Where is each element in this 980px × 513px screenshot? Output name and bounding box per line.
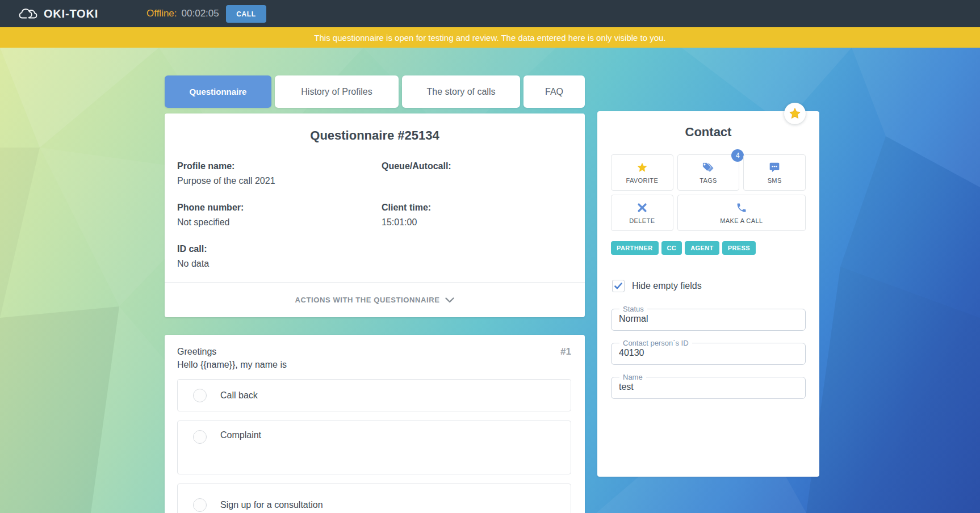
tag-chip[interactable]: PRESS bbox=[722, 241, 756, 255]
app-header: OKI-TOKI Offline: 00:02:05 CALL bbox=[0, 0, 980, 27]
tags-button[interactable]: 4 TAGS bbox=[677, 154, 740, 191]
tab-story-of-calls[interactable]: The story of calls bbox=[402, 75, 520, 108]
answer-option-label: Complaint bbox=[220, 430, 261, 440]
answer-option-complaint[interactable]: Complaint bbox=[177, 421, 571, 474]
question-number: #1 bbox=[560, 346, 571, 358]
radio-button-icon[interactable] bbox=[193, 498, 207, 512]
field-phone-number: Phone number: Not specified bbox=[177, 200, 382, 230]
field-profile-name: Profile name: Purpose of the call 2021 bbox=[177, 159, 382, 188]
tags-icon bbox=[702, 162, 714, 173]
agent-status: Offline: 00:02:05 bbox=[146, 0, 219, 27]
field-label: Profile name: bbox=[177, 159, 382, 174]
brand-name: OKI-TOKI bbox=[44, 7, 98, 20]
checkbox-icon[interactable] bbox=[612, 280, 625, 292]
field-value: 15:01:00 bbox=[382, 215, 573, 230]
status-timer: 00:02:05 bbox=[182, 8, 219, 19]
favorite-badge[interactable] bbox=[784, 103, 806, 124]
actions-toggle[interactable]: ACTIONS WITH THE QUESTIONNAIRE bbox=[165, 283, 585, 317]
tab-bar: Questionnaire History of Profiles The st… bbox=[165, 75, 585, 108]
contact-card: Contact FAVORITE 4 TAGS bbox=[597, 111, 819, 477]
hide-empty-fields-checkbox[interactable]: Hide empty fields bbox=[612, 280, 806, 292]
contact-person-id-field[interactable]: Contact person`s ID 40130 bbox=[611, 339, 806, 365]
question-subtitle: Hello {{name}}, my name is bbox=[177, 360, 571, 370]
button-label: MAKE A CALL bbox=[720, 217, 763, 224]
question-title: Greetings bbox=[177, 347, 216, 357]
field-label: ID call: bbox=[177, 242, 382, 256]
radio-button-icon[interactable] bbox=[193, 430, 207, 444]
sms-button[interactable]: SMS bbox=[743, 154, 806, 191]
radio-button-icon[interactable] bbox=[193, 389, 207, 402]
tag-chip[interactable]: PARTHNER bbox=[611, 241, 659, 255]
chevron-down-icon bbox=[445, 297, 454, 303]
checkbox-label: Hide empty fields bbox=[632, 281, 702, 291]
field-client-time: Client time: 15:01:00 bbox=[382, 200, 573, 230]
answer-option-label: Call back bbox=[220, 390, 258, 401]
field-value[interactable]: Normal bbox=[619, 314, 805, 324]
field-value: No data bbox=[177, 256, 382, 271]
notice-banner: This questionnaire is open for testing a… bbox=[0, 27, 980, 48]
favorite-button[interactable]: FAVORITE bbox=[611, 154, 673, 191]
answer-option-label: Sign up for a consultation bbox=[220, 500, 323, 510]
phone-icon bbox=[736, 202, 747, 213]
field-label: Status bbox=[619, 305, 647, 313]
field-value: Not specified bbox=[177, 215, 382, 230]
button-label: DELETE bbox=[629, 217, 655, 224]
call-button[interactable]: CALL bbox=[226, 5, 266, 23]
tag-chip[interactable]: CC bbox=[661, 241, 682, 255]
main-content: Questionnaire History of Profiles The st… bbox=[0, 48, 980, 513]
field-label: Client time: bbox=[382, 200, 573, 215]
contact-title: Contact bbox=[597, 125, 819, 140]
greetings-card: Greetings #1 Hello {{name}}, my name is … bbox=[165, 335, 585, 513]
cloud-logo-icon bbox=[18, 6, 39, 21]
questionnaire-card: Questionnaire #25134 Profile name: Purpo… bbox=[165, 113, 585, 317]
answer-option-sign-up[interactable]: Sign up for a consultation bbox=[177, 483, 571, 513]
answer-option-call-back[interactable]: Call back bbox=[177, 379, 571, 411]
star-icon bbox=[789, 107, 801, 120]
actions-label: ACTIONS WITH THE QUESTIONNAIRE bbox=[295, 296, 440, 304]
star-icon bbox=[636, 162, 648, 173]
field-label: Contact person`s ID bbox=[619, 339, 692, 347]
button-label: FAVORITE bbox=[626, 177, 658, 184]
field-label: Phone number: bbox=[177, 200, 382, 215]
tag-chip[interactable]: AGENT bbox=[685, 241, 719, 255]
status-label: Offline: bbox=[146, 8, 177, 19]
status-field[interactable]: Status Normal bbox=[611, 305, 806, 331]
tags-count-badge: 4 bbox=[731, 149, 744, 162]
tab-faq[interactable]: FAQ bbox=[523, 75, 585, 108]
notice-message: This questionnaire is open for testing a… bbox=[314, 33, 665, 43]
delete-button[interactable]: DELETE bbox=[611, 195, 673, 231]
check-icon bbox=[614, 283, 622, 289]
sms-bubble-icon bbox=[769, 162, 780, 173]
make-a-call-button[interactable]: MAKE A CALL bbox=[677, 195, 806, 231]
x-icon bbox=[636, 202, 648, 213]
contact-tags: PARTHNER CC AGENT PRESS bbox=[611, 241, 806, 255]
button-label: SMS bbox=[768, 177, 782, 184]
field-value[interactable]: test bbox=[619, 382, 805, 392]
page: OKI-TOKI Offline: 00:02:05 CALL This que… bbox=[0, 0, 980, 513]
brand-logo[interactable]: OKI-TOKI bbox=[18, 0, 98, 27]
name-field[interactable]: Name test bbox=[611, 373, 806, 399]
field-queue-autocall: Queue/Autocall: bbox=[382, 159, 573, 188]
tab-history-of-profiles[interactable]: History of Profiles bbox=[275, 75, 399, 108]
questionnaire-title: Questionnaire #25134 bbox=[165, 128, 585, 143]
button-label: TAGS bbox=[700, 177, 717, 184]
field-id-call: ID call: No data bbox=[177, 242, 382, 271]
field-value: Purpose of the call 2021 bbox=[177, 174, 382, 188]
field-label: Name bbox=[619, 373, 646, 381]
tab-questionnaire[interactable]: Questionnaire bbox=[165, 75, 271, 108]
field-value[interactable]: 40130 bbox=[619, 348, 805, 358]
question-header: Greetings #1 bbox=[177, 346, 571, 358]
field-label: Queue/Autocall: bbox=[382, 159, 573, 174]
contact-actions: FAVORITE 4 TAGS SMS bbox=[611, 154, 806, 231]
questionnaire-fields: Profile name: Purpose of the call 2021 Q… bbox=[177, 159, 573, 271]
